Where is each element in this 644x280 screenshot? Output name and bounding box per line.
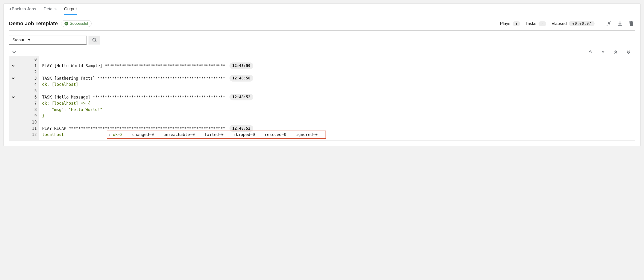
timestamp-pill: 12:48:52 — [230, 125, 253, 132]
line-number: 8 — [17, 107, 39, 113]
output-line — [39, 56, 635, 63]
status-text: Successful — [70, 22, 88, 26]
output-panel: 0123456789101112 PLAY [Hello World Sampl… — [9, 48, 635, 140]
back-label: Back to Jobs — [12, 7, 36, 12]
scroll-bottom-button[interactable] — [627, 51, 630, 54]
output-line: localhost: ok=2 changed=0 unreachable=0 … — [39, 132, 635, 138]
output-line — [39, 119, 635, 125]
tasks-count: 2 — [538, 21, 546, 26]
scroll-up-button[interactable] — [589, 51, 592, 54]
chevron-down-icon[interactable] — [12, 77, 14, 80]
line-number: 1 — [17, 63, 39, 69]
line-number-gutter: 0123456789101112 — [17, 56, 39, 140]
page-title: Demo Job Template — [9, 21, 58, 27]
top-nav: Back to Jobs Details Output — [4, 4, 640, 15]
timestamp-pill: 12:48:50 — [230, 75, 253, 82]
code-area: PLAY [Hello World Sample] **************… — [39, 56, 635, 140]
scroll-top-button[interactable] — [614, 51, 618, 54]
chevron-down-icon[interactable] — [12, 64, 14, 67]
job-output-page: Back to Jobs Details Output Demo Job Tem… — [4, 4, 640, 146]
line-number: 0 — [17, 56, 39, 63]
output-line: } — [39, 113, 635, 119]
scroll-down-button[interactable] — [602, 51, 605, 54]
line-number: 5 — [17, 88, 39, 94]
search-button[interactable] — [88, 36, 100, 45]
plays-label: Plays — [500, 21, 510, 26]
line-number: 9 — [17, 113, 39, 119]
line-number: 3 — [17, 75, 39, 82]
search-icon — [92, 38, 96, 42]
panel-header — [9, 48, 635, 56]
line-number: 2 — [17, 69, 39, 75]
collapse-gutter — [9, 56, 17, 140]
search-row: Stdout — [4, 36, 640, 48]
output-line: ok: [localhost] — [39, 81, 635, 88]
chevron-down-icon[interactable] — [12, 96, 14, 99]
line-number: 7 — [17, 100, 39, 107]
line-number: 10 — [17, 119, 39, 125]
filter-select[interactable]: Stdout — [9, 36, 37, 45]
collapse-all-toggle[interactable] — [12, 51, 16, 53]
elapsed-stat: Elapsed 00:00:07 — [552, 21, 594, 26]
line-number: 11 — [17, 125, 39, 132]
delete-button[interactable] — [629, 21, 634, 26]
header-row: Demo Job Template Successful Plays 1 Tas… — [4, 15, 640, 30]
chevron-left-icon — [9, 8, 11, 11]
check-circle-icon — [64, 22, 68, 26]
line-number: 12 — [17, 132, 39, 138]
line-number: 4 — [17, 81, 39, 88]
timestamp-pill: 12:48:50 — [230, 63, 253, 69]
back-to-jobs-link[interactable]: Back to Jobs — [9, 7, 36, 15]
relaunch-button[interactable] — [606, 21, 611, 26]
divider — [9, 30, 635, 31]
timestamp-pill: 12:48:52 — [230, 94, 253, 101]
output-line — [39, 69, 635, 75]
tab-output[interactable]: Output — [64, 7, 77, 15]
output-body: 0123456789101112 PLAY [Hello World Sampl… — [9, 56, 635, 140]
output-line: TASK [Hello Message] *******************… — [39, 94, 635, 100]
output-line: ok: [localhost] => { — [39, 100, 635, 107]
download-button[interactable] — [618, 21, 622, 26]
tab-details[interactable]: Details — [44, 7, 56, 15]
output-line: TASK [Gathering Facts] *****************… — [39, 75, 635, 82]
tasks-label: Tasks — [525, 21, 536, 26]
search-input[interactable] — [37, 36, 86, 45]
plays-stat: Plays 1 — [500, 21, 520, 26]
output-line: PLAY RECAP *****************************… — [39, 125, 635, 132]
plays-count: 1 — [513, 21, 520, 26]
output-line: PLAY [Hello World Sample] **************… — [39, 63, 635, 69]
filter-label: Stdout — [12, 38, 24, 43]
line-number: 6 — [17, 94, 39, 100]
output-line — [39, 88, 635, 94]
elapsed-label: Elapsed — [552, 21, 567, 26]
caret-down-icon — [28, 39, 30, 41]
tasks-stat: Tasks 2 — [525, 21, 546, 26]
output-line: "msg": "Hello World!" — [39, 107, 635, 113]
status-badge: Successful — [61, 20, 91, 27]
elapsed-value: 00:00:07 — [569, 21, 594, 26]
